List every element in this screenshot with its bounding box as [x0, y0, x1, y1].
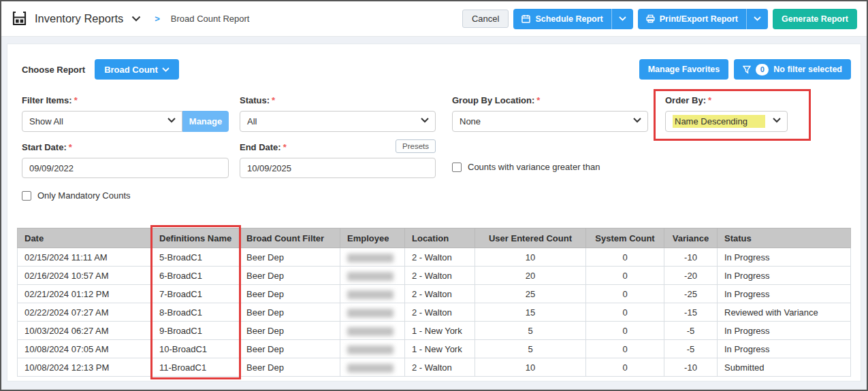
- start-date-input[interactable]: [22, 158, 229, 178]
- table-row: 10/03/2024 06:27 AM9-BroadC1Beer Dep1 - …: [18, 322, 851, 340]
- table-body: 02/15/2024 11:11 AM5-BroadC1Beer Dep2 - …: [18, 248, 851, 377]
- cell-employee: [340, 303, 405, 322]
- broad-count-report-page: Inventory Reports > Broad Count Report C…: [0, 0, 868, 391]
- group-by-location-select[interactable]: None: [452, 111, 648, 132]
- redacted-employee: [347, 272, 393, 281]
- top-bar: Inventory Reports > Broad Count Report C…: [1, 1, 867, 37]
- cell-variance: -10: [664, 248, 718, 267]
- breadcrumb-separator: >: [155, 14, 160, 24]
- cell-location: 2 - Walton: [405, 303, 475, 322]
- report-panel: Choose Report Broad Count Manage Favorit…: [7, 44, 861, 381]
- cell-definition: 7-BroadC1: [152, 285, 240, 303]
- cell-user_entered_count: 20: [475, 267, 586, 285]
- chevron-down-icon: [167, 118, 176, 123]
- column-header-date[interactable]: Date: [18, 228, 152, 248]
- cell-variance: -5: [664, 340, 718, 358]
- cancel-button[interactable]: Cancel: [462, 10, 509, 28]
- cell-definition: 8-BroadC1: [152, 303, 240, 322]
- column-header-status[interactable]: Status: [718, 228, 851, 248]
- printer-icon: [646, 14, 655, 23]
- status-select[interactable]: All: [240, 111, 436, 132]
- redacted-employee: [347, 364, 393, 373]
- cell-employee: [340, 285, 405, 303]
- cell-broad_count_filter: Beer Dep: [240, 285, 340, 303]
- presets-button[interactable]: Presets: [396, 139, 436, 153]
- cell-location: 1 - New York: [405, 322, 475, 340]
- chevron-down-icon: [162, 67, 170, 72]
- filter-status-button[interactable]: 0 No filter selected: [734, 59, 851, 80]
- report-type-dropdown[interactable]: Broad Count: [95, 59, 179, 80]
- cell-status: In Progress: [718, 285, 851, 303]
- column-header-employee[interactable]: Employee: [340, 228, 405, 248]
- table-row: 02/15/2024 11:11 AM5-BroadC1Beer Dep2 - …: [18, 248, 851, 267]
- cell-employee: [340, 322, 405, 340]
- variance-greater-than-checkbox[interactable]: [452, 163, 462, 172]
- cell-location: 2 - Walton: [405, 248, 475, 267]
- cell-system_count: 0: [586, 267, 664, 285]
- breadcrumb: Broad Count Report: [171, 14, 250, 24]
- schedule-report-button[interactable]: Schedule Report: [513, 9, 611, 29]
- manage-filter-items-button[interactable]: Manage: [182, 111, 229, 132]
- chevron-down-icon: [421, 118, 429, 123]
- column-header-definitions-name[interactable]: Definitions Name: [152, 228, 240, 248]
- mandatory-checkbox-label: Only Mandatory Counts: [37, 190, 131, 201]
- table-row: 02/22/2024 07:27 AM8-BroadC1Beer Dep2 - …: [18, 303, 851, 322]
- manage-favorites-button[interactable]: Manage Favorites: [639, 59, 729, 80]
- order-by-highlighted-value: Name Descending: [673, 115, 765, 128]
- cell-location: 1 - New York: [405, 340, 475, 358]
- column-header-broad-count-filter[interactable]: Broad Count Filter: [240, 228, 340, 248]
- cell-system_count: 0: [586, 285, 664, 303]
- print-export-dropdown-toggle[interactable]: [746, 9, 768, 29]
- order-by-label: Order By:*: [665, 95, 788, 105]
- redacted-employee: [347, 290, 393, 299]
- cell-user_entered_count: 5: [475, 322, 586, 340]
- cell-variance: -15: [664, 303, 718, 322]
- cell-status: In Progress: [718, 340, 851, 358]
- cell-date: 10/03/2024 06:27 AM: [18, 322, 152, 340]
- inventory-icon: [11, 11, 28, 27]
- cell-employee: [340, 248, 405, 267]
- column-header-user-entered-count[interactable]: User Entered Count: [475, 228, 586, 248]
- filter-icon: [743, 65, 751, 74]
- choose-report-label: Choose Report: [22, 65, 85, 75]
- cell-employee: [340, 358, 405, 377]
- column-header-location[interactable]: Location: [405, 228, 475, 248]
- table-header-row: DateDefinitions NameBroad Count FilterEm…: [18, 228, 851, 248]
- cell-definition: 5-BroadC1: [152, 248, 240, 267]
- cell-definition: 10-BroadC1: [152, 340, 240, 358]
- redacted-employee: [347, 345, 393, 354]
- cell-date: 02/15/2024 11:11 AM: [18, 248, 152, 267]
- filter-items-select[interactable]: Show All: [22, 111, 182, 132]
- cell-location: 2 - Walton: [405, 285, 475, 303]
- schedule-report-split-button: Schedule Report: [513, 9, 632, 29]
- print-export-button[interactable]: Print/Export Report: [638, 9, 746, 29]
- redacted-employee: [347, 327, 393, 336]
- table-row: 10/08/2024 07:05 AM10-BroadC1Beer Dep1 -…: [18, 340, 851, 358]
- cell-broad_count_filter: Beer Dep: [240, 358, 340, 377]
- end-date-input[interactable]: [240, 158, 436, 178]
- end-date-label: End Date:*: [240, 141, 287, 152]
- cell-status: In Progress: [718, 267, 851, 285]
- filter-count-badge: 0: [756, 64, 769, 75]
- cell-user_entered_count: 5: [475, 340, 586, 358]
- generate-report-button[interactable]: Generate Report: [773, 9, 857, 29]
- cell-broad_count_filter: Beer Dep: [240, 248, 340, 267]
- cell-definition: 6-BroadC1: [152, 267, 240, 285]
- cell-definition: 11-BroadC1: [152, 358, 240, 377]
- schedule-report-dropdown-toggle[interactable]: [611, 9, 633, 29]
- column-header-system-count[interactable]: System Count: [586, 228, 664, 248]
- column-header-variance[interactable]: Variance: [664, 228, 718, 248]
- only-mandatory-counts-checkbox[interactable]: [22, 191, 31, 201]
- cell-location: 2 - Walton: [405, 267, 475, 285]
- cell-system_count: 0: [586, 322, 664, 340]
- cell-broad_count_filter: Beer Dep: [240, 340, 340, 358]
- cell-employee: [340, 267, 405, 285]
- order-by-select[interactable]: Name Descending: [665, 111, 788, 132]
- results-table: DateDefinitions NameBroad Count FilterEm…: [17, 228, 851, 377]
- calendar-icon: [521, 14, 530, 23]
- cell-date: 02/22/2024 07:27 AM: [18, 303, 152, 322]
- cell-date: 02/16/2024 10:57 AM: [18, 267, 152, 285]
- title-chevron-down-icon[interactable]: [131, 16, 141, 22]
- cell-status: Reviewed with Variance: [718, 303, 851, 322]
- cell-date: 02/21/2024 01:12 PM: [18, 285, 152, 303]
